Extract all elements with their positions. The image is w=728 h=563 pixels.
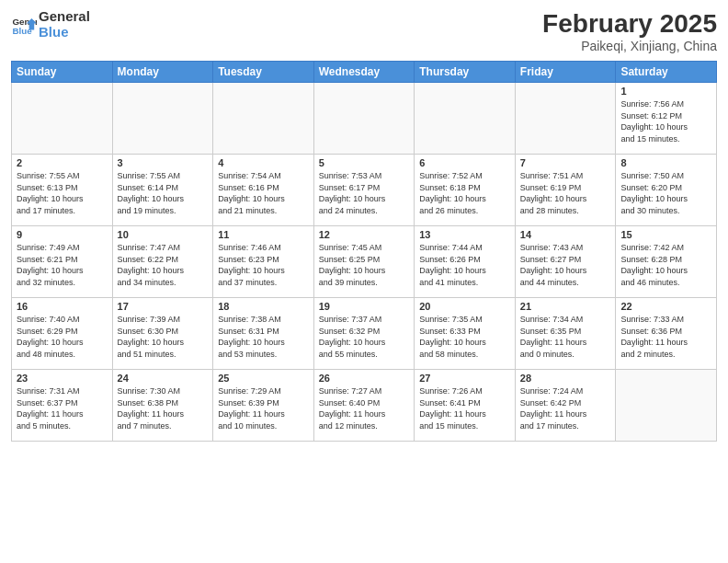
week-row-5: 23Sunrise: 7:31 AM Sunset: 6:37 PM Dayli… [12, 370, 717, 442]
week-row-3: 9Sunrise: 7:49 AM Sunset: 6:21 PM Daylig… [12, 226, 717, 298]
logo-icon: General Blue [11, 12, 37, 38]
calendar-cell-w2-d5: 6Sunrise: 7:52 AM Sunset: 6:18 PM Daylig… [415, 155, 516, 226]
logo-blue: Blue [39, 25, 90, 40]
day-number: 6 [419, 157, 510, 168]
header-sunday: Sunday [12, 62, 113, 83]
calendar-cell-w4-d4: 19Sunrise: 7:37 AM Sunset: 6:32 PM Dayli… [313, 298, 415, 370]
day-number: 28 [520, 373, 611, 384]
header-wednesday: Wednesday [313, 62, 415, 83]
day-info: Sunrise: 7:34 AM Sunset: 6:35 PM Dayligh… [520, 314, 611, 360]
day-info: Sunrise: 7:56 AM Sunset: 6:12 PM Dayligh… [620, 98, 711, 144]
day-number: 19 [319, 301, 410, 312]
day-info: Sunrise: 7:53 AM Sunset: 6:17 PM Dayligh… [319, 170, 410, 216]
day-number: 13 [419, 229, 510, 240]
calendar-cell-w2-d6: 7Sunrise: 7:51 AM Sunset: 6:19 PM Daylig… [515, 155, 616, 226]
day-number: 7 [520, 157, 611, 168]
day-info: Sunrise: 7:26 AM Sunset: 6:41 PM Dayligh… [419, 385, 510, 431]
day-info: Sunrise: 7:54 AM Sunset: 6:16 PM Dayligh… [218, 170, 309, 216]
calendar-cell-w4-d3: 18Sunrise: 7:38 AM Sunset: 6:31 PM Dayli… [213, 298, 314, 370]
calendar-cell-w2-d2: 3Sunrise: 7:55 AM Sunset: 6:14 PM Daylig… [112, 155, 213, 226]
week-row-2: 2Sunrise: 7:55 AM Sunset: 6:13 PM Daylig… [12, 155, 717, 226]
location: Paikeqi, Xinjiang, China [542, 39, 717, 53]
day-number: 17 [118, 301, 209, 312]
day-number: 15 [620, 229, 711, 240]
day-number: 25 [218, 373, 309, 384]
day-number: 10 [118, 229, 209, 240]
day-info: Sunrise: 7:31 AM Sunset: 6:37 PM Dayligh… [17, 385, 108, 431]
day-info: Sunrise: 7:35 AM Sunset: 6:33 PM Dayligh… [419, 314, 510, 360]
calendar-cell-w1-d6 [515, 83, 616, 155]
day-number: 20 [419, 301, 510, 312]
header-tuesday: Tuesday [213, 62, 314, 83]
day-info: Sunrise: 7:40 AM Sunset: 6:29 PM Dayligh… [17, 314, 108, 360]
calendar-table: Sunday Monday Tuesday Wednesday Thursday… [11, 61, 717, 442]
week-row-4: 16Sunrise: 7:40 AM Sunset: 6:29 PM Dayli… [12, 298, 717, 370]
day-info: Sunrise: 7:27 AM Sunset: 6:40 PM Dayligh… [319, 385, 410, 431]
calendar-cell-w3-d7: 15Sunrise: 7:42 AM Sunset: 6:28 PM Dayli… [616, 226, 717, 298]
title-block: February 2025 Paikeqi, Xinjiang, China [542, 9, 717, 53]
day-info: Sunrise: 7:39 AM Sunset: 6:30 PM Dayligh… [118, 314, 209, 360]
day-info: Sunrise: 7:50 AM Sunset: 6:20 PM Dayligh… [620, 170, 711, 216]
logo: General Blue General Blue [11, 9, 90, 40]
day-number: 12 [319, 229, 410, 240]
calendar-cell-w5-d5: 27Sunrise: 7:26 AM Sunset: 6:41 PM Dayli… [415, 370, 516, 442]
calendar-header-row: Sunday Monday Tuesday Wednesday Thursday… [12, 62, 717, 83]
day-number: 4 [218, 157, 309, 168]
calendar-cell-w3-d5: 13Sunrise: 7:44 AM Sunset: 6:26 PM Dayli… [415, 226, 516, 298]
calendar-cell-w2-d1: 2Sunrise: 7:55 AM Sunset: 6:13 PM Daylig… [12, 155, 113, 226]
day-number: 11 [218, 229, 309, 240]
calendar-cell-w5-d7 [616, 370, 717, 442]
day-info: Sunrise: 7:49 AM Sunset: 6:21 PM Dayligh… [17, 242, 108, 288]
day-info: Sunrise: 7:44 AM Sunset: 6:26 PM Dayligh… [419, 242, 510, 288]
logo-general: General [39, 9, 90, 25]
month-title: February 2025 [542, 9, 717, 39]
calendar-cell-w5-d3: 25Sunrise: 7:29 AM Sunset: 6:39 PM Dayli… [213, 370, 314, 442]
calendar-cell-w1-d7: 1Sunrise: 7:56 AM Sunset: 6:12 PM Daylig… [616, 83, 717, 155]
page-header: General Blue General Blue February 2025 … [11, 9, 717, 53]
calendar-cell-w1-d3 [213, 83, 314, 155]
day-number: 2 [17, 157, 108, 168]
calendar-cell-w4-d7: 22Sunrise: 7:33 AM Sunset: 6:36 PM Dayli… [616, 298, 717, 370]
day-number: 26 [319, 373, 410, 384]
day-info: Sunrise: 7:47 AM Sunset: 6:22 PM Dayligh… [118, 242, 209, 288]
day-number: 5 [319, 157, 410, 168]
calendar-cell-w1-d5 [415, 83, 516, 155]
calendar-cell-w1-d1 [12, 83, 113, 155]
day-number: 3 [118, 157, 209, 168]
day-number: 22 [620, 301, 711, 312]
week-row-1: 1Sunrise: 7:56 AM Sunset: 6:12 PM Daylig… [12, 83, 717, 155]
day-info: Sunrise: 7:24 AM Sunset: 6:42 PM Dayligh… [520, 385, 611, 431]
day-number: 16 [17, 301, 108, 312]
header-saturday: Saturday [616, 62, 717, 83]
page-container: General Blue General Blue February 2025 … [0, 0, 728, 563]
calendar-cell-w1-d2 [112, 83, 213, 155]
day-number: 1 [620, 86, 711, 97]
day-info: Sunrise: 7:43 AM Sunset: 6:27 PM Dayligh… [520, 242, 611, 288]
calendar-cell-w5-d2: 24Sunrise: 7:30 AM Sunset: 6:38 PM Dayli… [112, 370, 213, 442]
day-info: Sunrise: 7:33 AM Sunset: 6:36 PM Dayligh… [620, 314, 711, 360]
calendar-cell-w5-d6: 28Sunrise: 7:24 AM Sunset: 6:42 PM Dayli… [515, 370, 616, 442]
day-info: Sunrise: 7:37 AM Sunset: 6:32 PM Dayligh… [319, 314, 410, 360]
day-info: Sunrise: 7:42 AM Sunset: 6:28 PM Dayligh… [620, 242, 711, 288]
calendar-cell-w4-d1: 16Sunrise: 7:40 AM Sunset: 6:29 PM Dayli… [12, 298, 113, 370]
calendar-cell-w3-d6: 14Sunrise: 7:43 AM Sunset: 6:27 PM Dayli… [515, 226, 616, 298]
day-info: Sunrise: 7:46 AM Sunset: 6:23 PM Dayligh… [218, 242, 309, 288]
day-number: 8 [620, 157, 711, 168]
calendar-cell-w4-d5: 20Sunrise: 7:35 AM Sunset: 6:33 PM Dayli… [415, 298, 516, 370]
day-info: Sunrise: 7:45 AM Sunset: 6:25 PM Dayligh… [319, 242, 410, 288]
day-info: Sunrise: 7:55 AM Sunset: 6:14 PM Dayligh… [118, 170, 209, 216]
day-info: Sunrise: 7:51 AM Sunset: 6:19 PM Dayligh… [520, 170, 611, 216]
day-number: 9 [17, 229, 108, 240]
calendar-cell-w2-d3: 4Sunrise: 7:54 AM Sunset: 6:16 PM Daylig… [213, 155, 314, 226]
calendar-cell-w5-d4: 26Sunrise: 7:27 AM Sunset: 6:40 PM Dayli… [313, 370, 415, 442]
day-number: 23 [17, 373, 108, 384]
calendar-cell-w5-d1: 23Sunrise: 7:31 AM Sunset: 6:37 PM Dayli… [12, 370, 113, 442]
header-friday: Friday [515, 62, 616, 83]
day-number: 24 [118, 373, 209, 384]
calendar-cell-w3-d1: 9Sunrise: 7:49 AM Sunset: 6:21 PM Daylig… [12, 226, 113, 298]
calendar-cell-w4-d2: 17Sunrise: 7:39 AM Sunset: 6:30 PM Dayli… [112, 298, 213, 370]
calendar-cell-w1-d4 [313, 83, 415, 155]
header-monday: Monday [112, 62, 213, 83]
day-info: Sunrise: 7:38 AM Sunset: 6:31 PM Dayligh… [218, 314, 309, 360]
day-info: Sunrise: 7:52 AM Sunset: 6:18 PM Dayligh… [419, 170, 510, 216]
